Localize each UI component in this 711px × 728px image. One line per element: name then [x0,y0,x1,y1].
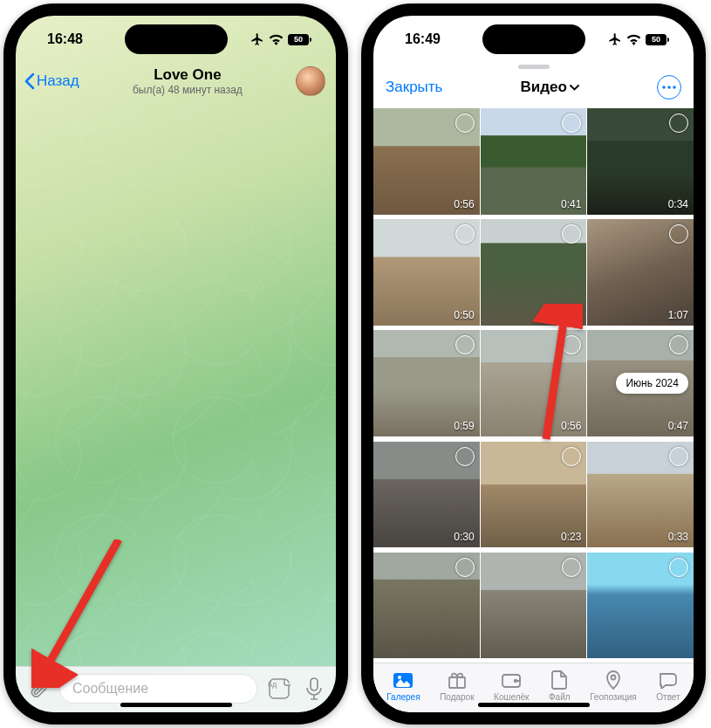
phone-left: 16:48 50 Назад Love One был(а) 48 м [3,3,348,725]
dynamic-island [125,24,228,54]
svg-rect-1 [311,678,318,690]
video-thumbnail[interactable]: 0:30 [373,442,480,548]
avatar[interactable] [296,66,325,96]
duration-label: 0:56 [561,420,581,432]
selection-ring-icon[interactable] [562,558,581,577]
selection-ring-icon[interactable] [669,447,688,466]
gift-icon [448,670,467,690]
selection-ring-icon[interactable] [455,224,475,244]
home-indicator[interactable] [120,703,232,707]
video-thumbnail[interactable] [373,553,480,659]
gallery-screen: 16:49 50 Закрыть Видео [373,16,694,712]
reply-icon [658,670,679,690]
duration-label: 0:47 [668,420,688,432]
svg-point-2 [662,86,665,88]
toolbar-item-file[interactable]: Файл [549,670,571,702]
video-grid[interactable]: 0:560:410:340:500:431:070:590:560:47Июнь… [373,108,694,663]
duration-label: 0:43 [561,309,581,321]
video-thumbnail[interactable]: 0:33 [587,442,694,548]
duration-label: 1:07 [668,309,688,321]
toolbar-item-gift[interactable]: Подарок [440,670,474,702]
svg-point-9 [515,680,517,683]
wifi-icon [269,34,284,45]
video-thumbnail[interactable] [587,553,694,659]
selection-ring-icon[interactable] [669,558,688,577]
svg-point-10 [611,676,615,680]
status-right: 50 [608,32,669,46]
selection-ring-icon[interactable] [455,447,475,466]
ellipsis-icon [662,86,676,89]
chat-subtitle: был(а) 48 минут назад [133,84,243,96]
toolbar-label: Файл [549,692,571,702]
duration-label: 0:56 [454,198,474,210]
toolbar-label: Галерея [386,692,420,702]
video-thumbnail[interactable]: 0:43 [481,219,587,326]
home-indicator[interactable] [478,703,590,707]
svg-point-4 [673,86,675,88]
selection-ring-icon[interactable] [669,224,688,244]
toolbar-label: Геопозиция [590,692,637,702]
duration-label: 0:30 [454,531,474,543]
duration-label: 0:23 [561,531,581,543]
video-thumbnail[interactable]: 0:59 [373,330,480,436]
month-pill[interactable]: Июнь 2024 [616,373,688,394]
toolbar-item-gallery[interactable]: Галерея [386,670,420,702]
video-thumbnail[interactable]: 0:56 [373,108,480,215]
toolbar-label: Ответ [656,692,680,702]
gallery-header: Закрыть Видео [373,70,694,108]
video-thumbnail[interactable]: 0:47Июнь 2024 [587,330,694,436]
svg-point-6 [398,676,401,679]
chat-body[interactable] [16,103,336,666]
airplane-icon [608,32,622,46]
toolbar-item-location[interactable]: Геопозиция [590,670,637,702]
gallery-icon [393,670,414,690]
toolbar-label: Кошелёк [494,692,529,702]
status-time: 16:48 [47,31,83,47]
video-thumbnail[interactable] [481,553,587,659]
duration-label: 0:41 [561,198,581,210]
toolbar-label: Подарок [440,692,474,702]
video-dropdown-label: Видео [521,79,567,96]
selection-ring-icon[interactable] [455,335,475,354]
duration-label: 0:50 [454,309,474,321]
video-dropdown[interactable]: Видео [521,79,579,96]
chat-title-block[interactable]: Love One был(а) 48 минут назад [133,66,243,96]
message-input[interactable]: Сообщение [59,674,257,704]
selection-ring-icon[interactable] [455,558,475,577]
toolbar-item-reply[interactable]: Ответ [656,670,680,702]
duration-label: 0:34 [668,198,688,210]
video-thumbnail[interactable]: 0:50 [373,219,480,326]
duration-label: 0:59 [454,420,474,432]
close-button[interactable]: Закрыть [386,79,442,96]
status-right: 50 [250,32,311,46]
chevron-down-icon [570,85,579,91]
selection-ring-icon[interactable] [669,113,688,133]
duration-label: 0:33 [668,531,688,543]
chat-header: Назад Love One был(а) 48 минут назад [16,63,336,103]
airplane-icon [250,32,264,46]
mic-icon[interactable] [301,674,327,704]
chat-title: Love One [133,66,243,84]
video-thumbnail[interactable]: 0:23 [481,442,587,548]
selection-ring-icon[interactable] [455,113,475,133]
back-label: Назад [37,72,79,90]
video-thumbnail[interactable]: 0:56 [481,330,587,436]
attach-icon[interactable] [24,675,52,703]
more-button[interactable] [657,75,681,100]
status-time: 16:49 [405,31,441,47]
video-thumbnail[interactable]: 1:07 [587,219,694,326]
toolbar-item-wallet[interactable]: Кошелёк [494,670,529,702]
sheet-grabber[interactable] [373,63,694,70]
sticker-label: 6д [268,680,277,689]
sticker-icon[interactable]: 6д [264,674,294,704]
battery-icon: 50 [646,34,669,45]
wallet-icon [501,670,522,690]
video-thumbnail[interactable]: 0:41 [481,108,587,215]
back-button[interactable]: Назад [24,72,79,90]
battery-icon: 50 [288,34,311,45]
selection-ring-icon[interactable] [562,447,581,466]
chat-screen: 16:48 50 Назад Love One был(а) 48 м [16,16,336,712]
dynamic-island [482,24,585,54]
file-icon [550,670,568,690]
video-thumbnail[interactable]: 0:34 [587,108,694,215]
